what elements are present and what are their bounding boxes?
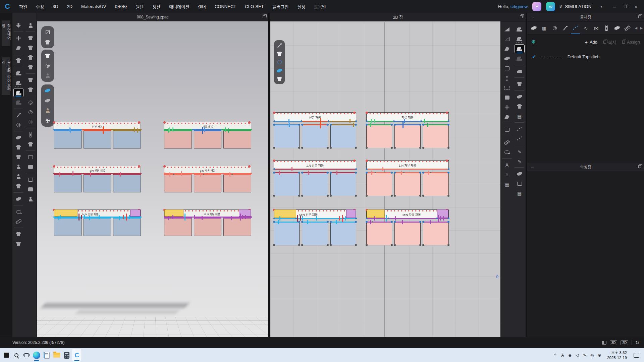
layer-garment-icon[interactable] (13, 143, 23, 152)
tab-fabric-icon[interactable] (529, 22, 539, 34)
pattern-piece[interactable] (194, 218, 222, 236)
transform-pattern-icon[interactable] (502, 25, 512, 34)
start-button[interactable] (2, 349, 11, 362)
pattern-piece[interactable] (366, 172, 392, 196)
pattern-piece[interactable] (84, 174, 111, 192)
ruler-measure-icon[interactable] (13, 217, 23, 226)
tab-tack-icon[interactable] (560, 22, 570, 34)
pattern-piece[interactable] (113, 130, 141, 148)
menu-item-8[interactable]: 애니메이션 (165, 0, 194, 13)
pressure-map-icon[interactable] (25, 85, 36, 94)
pattern-piece[interactable] (164, 218, 192, 236)
modular-library-tab[interactable]: 모듈러 라이브러리 (2, 57, 10, 95)
seam-allowance-strip[interactable]: M:N 자유 재봉 (164, 209, 251, 217)
arrange-curve-icon[interactable] (25, 43, 36, 52)
clo3d-taskbar-icon[interactable]: C (72, 349, 82, 362)
pattern-group-2d-r1c1[interactable]: 1:N 자유 재봉 (366, 160, 449, 198)
basting-icon[interactable] (515, 124, 525, 133)
clock[interactable]: 오후 3:32 2025-12-19 (604, 350, 630, 360)
tray-app-icon-2[interactable]: ⊗ (596, 350, 603, 360)
menu-item-10[interactable]: CONNECT (210, 0, 240, 13)
fit-garment-icon[interactable] (13, 182, 23, 191)
edit-texture-2d-icon[interactable] (275, 42, 283, 49)
select-curve-icon[interactable] (13, 43, 23, 52)
menu-item-4[interactable]: Materials/UV (77, 0, 110, 13)
mask-tool-icon[interactable] (502, 93, 512, 102)
edit-sewing-icon[interactable] (13, 69, 23, 78)
fabric-strip-move-icon[interactable] (25, 175, 36, 184)
tab-texture-icon[interactable]: ▦ (539, 22, 549, 34)
unfold-pattern-icon[interactable] (502, 125, 512, 134)
pattern-piece[interactable] (423, 172, 449, 196)
pattern-group-3d-r0c0[interactable]: 선분 재봉 (54, 122, 141, 150)
arrange-board-icon[interactable] (25, 53, 36, 62)
arrange-halves-icon[interactable] (13, 153, 23, 162)
stamp-tool-icon[interactable] (515, 179, 525, 188)
menu-item-2[interactable]: 3D (48, 0, 63, 13)
zipper-tool-icon[interactable] (25, 130, 36, 139)
pattern-grading-icon[interactable] (13, 194, 23, 203)
pattern-group-2d-r2c1[interactable]: M:N 자유 재봉 (366, 209, 449, 247)
split-view-icon[interactable] (602, 341, 606, 345)
drape-swatch-icon[interactable] (515, 92, 525, 101)
volume-icon[interactable]: ◁ (574, 350, 581, 360)
laceup-tool-icon[interactable] (502, 73, 512, 82)
menu-item-11[interactable]: CLO-SET (240, 0, 268, 13)
tray-expand-icon[interactable]: ⌃ (551, 350, 559, 360)
pattern-piece[interactable] (164, 174, 192, 192)
lock-pattern-icon[interactable] (275, 75, 283, 82)
pin-ring-icon[interactable] (13, 120, 23, 129)
edit-sewing-2d-icon[interactable] (515, 25, 525, 34)
pattern-piece[interactable] (194, 174, 222, 192)
pattern-group-2d-r0c1[interactable]: 자유 재봉 (366, 112, 449, 150)
menu-item-6[interactable]: 원단 (131, 0, 148, 13)
avatar-pose-icon[interactable] (25, 21, 36, 30)
show-pattern-2d-icon[interactable] (275, 50, 283, 57)
viewport-3d[interactable]: 선분 재봉자유 재봉1:N 선분 재봉1:N 자유 재봉M:N 선분 재봉M:N… (37, 21, 268, 337)
restore-button[interactable] (621, 2, 630, 11)
pattern-info-icon[interactable] (275, 59, 283, 66)
username-link[interactable]: crkginew (511, 4, 528, 9)
pattern-table-icon[interactable]: ▦ (502, 180, 512, 189)
tape-measure-icon[interactable] (13, 207, 23, 216)
pattern-piece[interactable] (394, 222, 420, 245)
pattern-group-2d-r0c0[interactable]: 선분 재봉 (274, 112, 356, 150)
menu-item-12[interactable]: 플러그인 (268, 0, 293, 13)
pattern-group-2d-r1c0[interactable]: 1:N 선분 재봉 (274, 160, 356, 198)
pattern-piece[interactable] (164, 130, 192, 148)
menu-item-1[interactable]: 수정 (32, 0, 48, 13)
copy-button[interactable]: 복사 (603, 39, 616, 45)
seam-allowance-strip[interactable]: M:N 선분 재봉 (274, 209, 356, 219)
pattern-piece[interactable] (330, 222, 356, 245)
seam-allowance-strip[interactable]: M:N 선분 재봉 (54, 209, 141, 217)
pattern-piece[interactable] (366, 124, 392, 148)
seam-taping-icon[interactable] (502, 138, 512, 147)
pin-tack-icon[interactable] (13, 111, 23, 120)
trace-pattern-icon[interactable] (502, 112, 512, 121)
float-window-icon[interactable] (520, 15, 523, 18)
texture-checker-shirt-icon[interactable] (515, 102, 525, 111)
pattern-piece[interactable] (423, 222, 449, 245)
shirring-measure-icon[interactable]: ∿ (515, 157, 525, 166)
pattern-piece[interactable] (423, 124, 449, 148)
show-fabric-front-icon[interactable] (43, 86, 52, 95)
dock-arrow-icon[interactable]: → (530, 165, 534, 169)
segment-sewing-2d-icon[interactable] (515, 35, 525, 44)
show-fabric-2d-icon[interactable] (275, 67, 283, 74)
menu-item-0[interactable]: 파일 (15, 0, 32, 13)
seam-allowance-strip[interactable]: 1:N 선분 재봉 (274, 160, 356, 169)
show-fabric-back-icon[interactable] (43, 96, 52, 105)
ai-assistant-icon[interactable]: ✶ (532, 2, 541, 11)
free-sewing-icon[interactable] (13, 88, 23, 97)
float-window-icon[interactable] (638, 15, 641, 18)
pattern-group-2d-r2c0[interactable]: M:N 선분 재봉 (274, 209, 356, 247)
reset-arrangement-icon[interactable] (13, 172, 23, 181)
pattern-group-3d-r1c1[interactable]: 1:N 자유 재봉 (164, 166, 251, 194)
history-window-tab[interactable]: 작업내역창 (2, 20, 10, 46)
free-sewing-2d-icon[interactable] (515, 44, 525, 53)
minimize-button[interactable]: – (610, 2, 619, 11)
fabric-piece-icon[interactable] (25, 162, 36, 171)
inspect-sewing-icon[interactable] (515, 54, 525, 63)
seam-allowance-strip[interactable]: 선분 재봉 (54, 122, 141, 130)
arrange-gizmo-icon[interactable] (25, 34, 36, 43)
